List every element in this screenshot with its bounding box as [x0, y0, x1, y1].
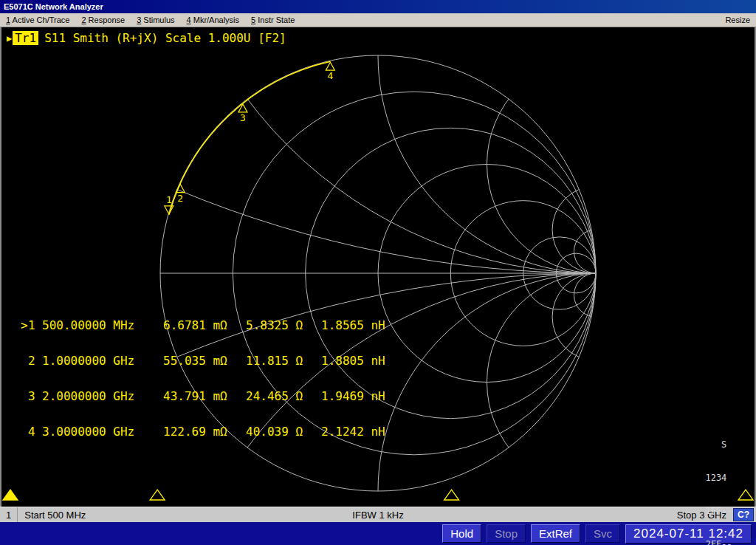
menu-stimulus[interactable]: 3 Stimulus — [137, 16, 174, 24]
axis-marker-3[interactable] — [444, 490, 459, 500]
chart-marker-4[interactable]: 4 — [326, 62, 334, 81]
trace-format-info: S11 Smith (R+jX) Scale 1.000U [F2] — [44, 31, 286, 45]
marker-frequency: 3.0000000 GHz — [42, 426, 163, 438]
axis-marker-2[interactable] — [150, 490, 165, 500]
active-trace-arrow-icon: ▶ — [7, 33, 12, 44]
datetime-display: 2024-07-11 12:42 — [625, 524, 752, 544]
marker-row-4: 4 3.0000000 GHz 122.69 mΩ 40.039 Ω 2.124… — [21, 426, 385, 438]
analyzer-window: E5071C Network Analyzer 1 Active Ch/Trac… — [0, 0, 756, 545]
stop-button[interactable]: Stop — [487, 524, 526, 543]
menu-accesskey: 2 — [81, 16, 86, 24]
menu-accesskey: 3 — [137, 16, 141, 24]
marker-number: 2 — [28, 355, 42, 367]
svg-text:3: 3 — [240, 112, 246, 123]
trace-label[interactable]: Tr1 — [13, 31, 38, 45]
marker-active-indicator — [21, 355, 28, 367]
marker-reactance: 24.465 Ω — [246, 391, 321, 402]
svg-text:2: 2 — [177, 193, 183, 204]
channel-number: 1 — [0, 507, 18, 522]
marker-row-1: > 1 500.00000 MHz 6.6781 mΩ 5.8325 Ω 1.8… — [21, 320, 385, 332]
cal-status-badge: C? — [733, 508, 754, 521]
status-flag-line: 2FF-- — [695, 539, 732, 545]
window-title: E5071C Network Analyzer — [4, 2, 103, 11]
instrument-screen: ▶ Tr1 S11 Smith (R+jX) Scale 1.000U [F2]… — [0, 27, 756, 507]
axis-marker-4[interactable] — [738, 490, 753, 500]
marker-row-2: 2 1.0000000 GHz 55.035 mΩ 11.815 Ω 1.880… — [21, 355, 385, 367]
marker-active-indicator: > — [21, 320, 28, 332]
marker-number: 4 — [28, 426, 42, 438]
marker-frequency: 1.0000000 GHz — [42, 355, 163, 367]
menu-label: Instr State — [258, 16, 295, 24]
marker-inductance: 1.8805 nH — [321, 355, 385, 367]
menu-label: Active Ch/Trace — [13, 16, 70, 24]
marker-reactance: 11.815 Ω — [246, 355, 321, 367]
marker-resistance: 55.035 mΩ — [163, 355, 246, 367]
menu-accesskey: 5 — [251, 16, 255, 24]
marker-active-indicator — [21, 426, 28, 438]
status-flag-line: S — [695, 439, 732, 450]
trace-header: ▶ Tr1 S11 Smith (R+jX) Scale 1.000U [F2] — [7, 31, 286, 45]
marker-frequency: 500.00000 MHz — [42, 320, 163, 332]
chart-marker-3[interactable]: 3 — [238, 104, 247, 123]
status-flag-line: 1FF-- — [695, 506, 732, 517]
menu-label: Response — [89, 16, 126, 24]
svc-button[interactable]: Svc — [585, 524, 620, 543]
axis-marker-1[interactable] — [3, 490, 18, 500]
menu-bar: 1 Active Ch/Trace 2 Response 3 Stimulus … — [0, 13, 756, 27]
marker-row-3: 3 2.0000000 GHz 43.791 mΩ 24.465 Ω 1.946… — [21, 391, 385, 402]
start-frequency: Start 500 MHz — [24, 510, 86, 521]
marker-active-indicator — [21, 391, 28, 402]
marker-inductance: 1.9469 nH — [321, 391, 385, 402]
sweep-status-bar: 1 Start 500 MHz IFBW 1 kHz Stop 3 GHz C? — [0, 507, 756, 522]
ifbw-value: IFBW 1 kHz — [352, 510, 403, 521]
trace-s11-line — [169, 61, 331, 215]
marker-resistance: 43.791 mΩ — [163, 391, 246, 402]
marker-reactance: 40.039 Ω — [246, 426, 321, 438]
menu-response[interactable]: 2 Response — [81, 16, 125, 24]
marker-inductance: 2.1242 nH — [321, 426, 385, 438]
menu-mkr-analysis[interactable]: 4 Mkr/Analysis — [187, 16, 240, 24]
marker-inductance: 1.8565 nH — [321, 320, 385, 332]
marker-resistance: 6.6781 mΩ — [163, 320, 246, 332]
menu-label: Stimulus — [143, 16, 174, 24]
trace-status-flags: S 1234 1FF-- 2FF-- R 3---- 4---- — [695, 417, 732, 545]
status-flag-line: 1234 — [695, 473, 732, 484]
marker-number: 1 — [28, 320, 42, 332]
svg-text:1: 1 — [166, 194, 172, 205]
marker-frequency: 2.0000000 GHz — [42, 391, 163, 402]
hold-button[interactable]: Hold — [442, 524, 481, 543]
marker-number: 3 — [28, 391, 42, 402]
title-bar: E5071C Network Analyzer — [0, 0, 756, 13]
marker-resistance: 122.69 mΩ — [163, 426, 246, 438]
menu-instr-state[interactable]: 5 Instr State — [251, 16, 295, 24]
menu-resize[interactable]: Resize — [725, 16, 750, 24]
svg-text:4: 4 — [327, 70, 333, 81]
chart-marker-2[interactable]: 2 — [176, 185, 185, 204]
instrument-status-bar: Hold Stop ExtRef Svc 2024-07-11 12:42 — [0, 522, 756, 545]
extref-button[interactable]: ExtRef — [531, 524, 580, 543]
menu-label: Mkr/Analysis — [193, 16, 239, 24]
marker-reactance: 5.8325 Ω — [246, 320, 321, 332]
menu-accesskey: 1 — [6, 16, 10, 24]
menu-accesskey: 4 — [187, 16, 191, 24]
marker-table: > 1 500.00000 MHz 6.6781 mΩ 5.8325 Ω 1.8… — [21, 296, 385, 462]
menu-active-ch-trace[interactable]: 1 Active Ch/Trace — [6, 16, 69, 24]
